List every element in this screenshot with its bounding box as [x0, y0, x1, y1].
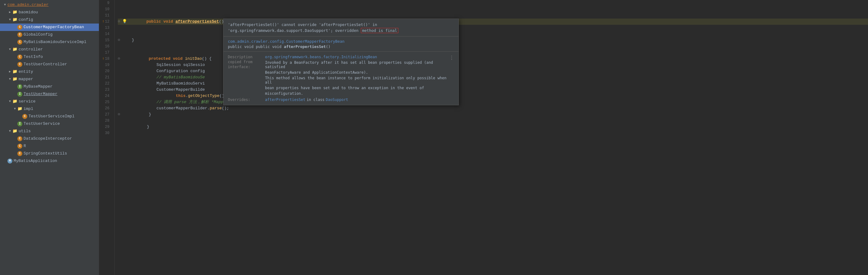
sidebar-label: entity [19, 69, 33, 75]
ln-17: 17 [99, 49, 112, 56]
sidebar-label: MyBaseMapper [24, 83, 53, 90]
sidebar-item-TestUserController[interactable]: C TestUserController [0, 61, 99, 68]
sidebar-item-TestUserMapper[interactable]: I TestUserMapper [0, 91, 99, 98]
code-line-11 [118, 12, 868, 19]
sidebar-item-SpringContextUtils[interactable]: C SpringContextUtils [0, 150, 99, 157]
sidebar-label: TestUserController [24, 61, 67, 68]
sidebar-label: TestInfo [24, 54, 43, 60]
sidebar-label: TestUserService [24, 121, 60, 127]
sidebar-item-MyBatisBaomidouServiceImpl[interactable]: C MyBatisBaomidouServiceImpl [0, 38, 99, 46]
sidebar-label: GlobalConfig [24, 32, 53, 38]
sidebar-item-DataScopeInterceptor[interactable]: C DataScopeInterceptor [0, 135, 99, 142]
sidebar-item-TestInfo[interactable]: C TestInfo [0, 53, 99, 61]
overrides-in-text: in class [307, 98, 324, 102]
ln-10: 10 [99, 6, 112, 12]
copied-sub: interface: [228, 65, 265, 69]
sidebar-label: impl [24, 106, 33, 112]
code-line-29: } [118, 124, 868, 130]
ln-24: 24 [99, 93, 112, 99]
class-icon: C [18, 144, 22, 149]
sidebar-item-CustomerMapperFactoryBean[interactable]: C CustomerMapperFactoryBean [0, 24, 99, 31]
copied-label: copied from [228, 60, 265, 64]
desc-text3: This method allows the bean instance to … [265, 76, 454, 84]
folder-arrow: ▼ [7, 46, 12, 53]
sidebar-label: TestUserServiceImpl [29, 113, 74, 119]
class-icon: C [18, 32, 22, 37]
folder-icon: 📁 [12, 69, 18, 75]
overrides-method-link[interactable]: afterPropertiesSet [265, 98, 305, 102]
sidebar-label: controller [19, 46, 43, 53]
ln-19: 19 [99, 62, 112, 68]
class-icon: C [18, 151, 22, 156]
popup-description-section: Description copied from interface: ⋮ org… [223, 52, 459, 105]
sidebar-item-config[interactable]: ▼ 📁 config [0, 16, 99, 24]
ln-27: 27 [99, 111, 112, 118]
sidebar-item-utils[interactable]: ▼ 📁 utils [0, 128, 99, 135]
code-line-9 [118, 0, 868, 6]
ln-22: 22 [99, 80, 112, 87]
sidebar-label: DataScopeInterceptor [24, 136, 72, 142]
folder-icon: 📁 [18, 106, 22, 112]
sidebar-label: mapper [19, 76, 33, 82]
class-icon: C [18, 55, 22, 60]
class-icon: C [18, 40, 22, 44]
folder-arrow: ▼ [7, 17, 12, 23]
sidebar-item-R[interactable]: C R [0, 142, 99, 150]
folder-icon: 📁 [12, 99, 18, 105]
sidebar-label: utils [19, 128, 31, 134]
sidebar-item-MyBatisApplication[interactable]: M MyBatisApplication [0, 157, 99, 165]
ln-12: ↑ 12 [99, 19, 112, 25]
sidebar-item-entity[interactable]: ▶ 📁 entity [0, 68, 99, 75]
more-options-button[interactable]: ⋮ [449, 55, 454, 61]
sidebar-item-baomidou[interactable]: ▶ 📁 baomidou [0, 9, 99, 16]
root-label: com.admin.crawler [7, 2, 49, 8]
error-popup: 'afterPropertiesSet()' cannot override '… [223, 19, 459, 105]
interface-icon: I [18, 122, 22, 126]
interface-icon: I [18, 92, 22, 97]
code-line-28 [118, 118, 868, 124]
error-line2-before: 'org.springframework.dao.support.DaoSupp… [228, 28, 359, 33]
ln-15: 15 [99, 37, 112, 43]
ln-11: 11 [99, 12, 112, 19]
ln-14: 14 [99, 31, 112, 37]
root-package[interactable]: ▼ com.admin.crawler [0, 1, 99, 9]
ln-21: 21 [99, 74, 112, 80]
method-display: public void afterPropertiesSet() [256, 44, 331, 49]
ln-25: 25 [99, 99, 112, 105]
sidebar-item-mapper[interactable]: ▼ 📁 mapper [0, 75, 99, 83]
ln-20: 20 [99, 68, 112, 74]
popup-error-section: 'afterPropertiesSet()' cannot override '… [223, 19, 459, 37]
folder-arrow: ▶ [7, 9, 12, 15]
code-line-27: ⊖ } [118, 111, 868, 118]
folder-icon: 📁 [12, 46, 18, 53]
class-icon: C [18, 136, 22, 141]
class-icon: C [18, 25, 22, 30]
sidebar-item-controller[interactable]: ▼ 📁 controller [0, 46, 99, 53]
overrides-class-link[interactable]: DaoSupport [326, 98, 348, 102]
sidebar-item-impl[interactable]: ▼ 📁 impl [0, 105, 99, 113]
sidebar-label: CustomerMapperFactoryBean [24, 24, 84, 30]
sidebar-item-GlobalConfig[interactable]: C GlobalConfig [0, 31, 99, 38]
error-highlight: method is final [361, 28, 398, 33]
collapse-arrow: ▼ [2, 2, 7, 8]
sidebar-item-TestUserServiceImpl[interactable]: C TestUserServiceImpl [0, 113, 99, 120]
file-tree[interactable]: ▼ com.admin.crawler ▶ 📁 baomidou ▼ 📁 con… [0, 0, 99, 275]
code-line-30 [118, 130, 868, 136]
desc-interface-link[interactable]: org.springframework.beans.factory.Initia… [265, 55, 454, 59]
popup-method-sig: public void public void afterPropertiesS… [228, 44, 454, 49]
desc-label: Description [228, 55, 265, 59]
ln-18: ↑ 18 [99, 56, 112, 62]
sidebar-item-service[interactable]: ▼ 📁 service [0, 98, 99, 105]
overrides-row: afterPropertiesSet in class DaoSupport [265, 98, 454, 102]
sidebar-item-TestUserService[interactable]: I TestUserService [0, 120, 99, 128]
method-sig-public: public void [228, 44, 256, 49]
popup-class-link[interactable]: com.admin.crawler.config.CustomerMapperF… [228, 39, 454, 44]
ln-29: 29 [99, 124, 112, 130]
class-icon: C [22, 114, 27, 119]
code-container: 9 10 11 ↑ 12 13 14 15 16 17 ↑ 18 19 20 2… [99, 0, 868, 275]
desc-text2: BeanFactoryAware and ApplicationContextA… [265, 70, 454, 75]
folder-arrow: ▼ [7, 128, 12, 134]
sidebar-label: service [19, 99, 36, 105]
sidebar-item-MyBaseMapper[interactable]: I MyBaseMapper [0, 83, 99, 91]
overrides-label: Overrides: [228, 98, 265, 102]
